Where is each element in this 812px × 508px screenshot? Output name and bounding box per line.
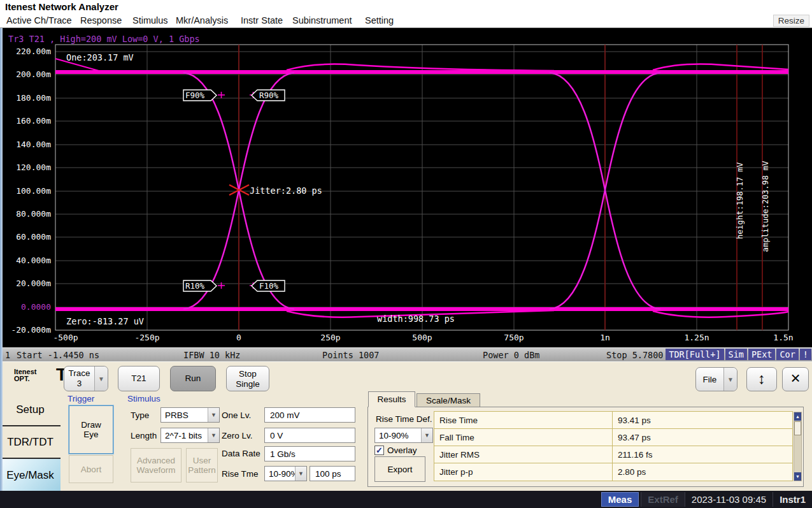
svg-text:100.00m: 100.00m <box>16 186 51 196</box>
t21-button[interactable]: T21 <box>118 366 160 391</box>
length-select[interactable]: 2^7-1 bits▼ <box>160 428 220 443</box>
overlay-checkbox-row[interactable]: ✓ Overlay <box>374 446 417 455</box>
rise-def-select[interactable]: 10-90%▼ <box>264 466 307 481</box>
svg-text:250p: 250p <box>320 333 340 342</box>
rise-time-input[interactable]: 100 ps <box>310 466 355 481</box>
overlay-label: Overlay <box>387 446 417 455</box>
resize-button[interactable]: Resize <box>773 15 809 27</box>
badge-pext: PExt <box>748 349 776 360</box>
menu-subinstrument[interactable]: Subinstrument <box>292 15 352 25</box>
rise-time-def-select[interactable]: 10-90%▼ <box>374 428 433 443</box>
svg-text:120.00m: 120.00m <box>16 163 51 172</box>
flag-r90: R90% <box>259 91 279 100</box>
overlay-checkbox[interactable]: ✓ <box>374 446 384 455</box>
points: Points 1007 <box>322 350 379 360</box>
window-left-edge <box>0 28 3 491</box>
status-badges: TDR[Full+] Sim PExt Cor ! <box>666 349 811 360</box>
updown-arrow-icon: ↕ <box>758 370 766 387</box>
result-value: 93.47 ps <box>612 428 793 447</box>
app-window: Itenest Network Analyzer Active Ch/Trace… <box>0 0 812 508</box>
results-scrollbar[interactable]: ▲ ▼ <box>794 412 802 481</box>
user-pattern-button[interactable]: UserPattern <box>186 448 218 483</box>
one-lv-input[interactable]: 200 mV <box>264 407 355 423</box>
trace-header: Tr3 T21 , High=200 mV Low=0 V, 1 Gbps <box>8 34 200 44</box>
scroll-up-icon[interactable]: ▲ <box>794 412 801 421</box>
instrument-name: Instr1 <box>773 492 812 507</box>
menu-active-ch-trace[interactable]: Active Ch/Trace <box>6 15 72 25</box>
ifbw: IFBW 10 kHz <box>183 350 240 360</box>
svg-text:140.00m: 140.00m <box>16 140 51 149</box>
scroll-down-icon[interactable]: ▼ <box>794 472 801 481</box>
jitter-annotation: Jitter:2.80 ps <box>250 185 322 196</box>
sweep-start: Start -1.4450 ns <box>17 350 99 360</box>
export-button[interactable]: Export <box>374 456 425 482</box>
trigger-group-label: Trigger <box>68 394 94 403</box>
trace-select-button[interactable]: Trace 3 ▼ <box>64 366 108 391</box>
menu-stimulus[interactable]: Stimulus <box>132 15 168 25</box>
svg-text:80.000m: 80.000m <box>16 209 51 219</box>
draw-eye-button[interactable]: Draw Eye <box>69 405 113 454</box>
svg-text:180.00m: 180.00m <box>16 93 51 103</box>
tab-eye-mask[interactable]: Eye/Mask <box>0 459 61 491</box>
extref-indicator: ExtRef <box>641 492 685 507</box>
stimulus-group-label: Stimulus <box>127 394 160 403</box>
instrument-status-bar: Meas ExtRef 2023-11-03 09:45 Instr1 <box>0 491 812 508</box>
rise-def-select-arrow-icon: ▼ <box>295 467 306 481</box>
rise-time-def-label: Rise Time Def. <box>376 414 432 424</box>
svg-text:160.00m: 160.00m <box>16 116 51 126</box>
zero-lv-input[interactable]: 0 V <box>264 428 355 443</box>
close-panel-button[interactable]: × <box>782 367 809 391</box>
length-select-arrow-icon: ▼ <box>208 428 219 442</box>
y-axis-labels: 220.00m 200.00m 180.00m 160.00m 140.00m … <box>11 47 51 335</box>
eye-width-annotation: width:998.73 ps <box>377 314 455 324</box>
tab-scale-mask[interactable]: Scale/Mask <box>417 393 480 407</box>
menu-instr-state[interactable]: Instr State <box>241 15 283 25</box>
eye-diagram-screen: Tr3 T21 , High=200 mV Low=0 V, 1 Gbps <box>0 28 812 347</box>
rise-time-label: Rise Tme <box>222 469 259 479</box>
tab-tdr-tdt[interactable]: TDR/TDT <box>0 426 61 459</box>
abort-button[interactable]: Abort <box>69 455 113 483</box>
menu-setting[interactable]: Setting <box>365 15 394 25</box>
svg-text:500p: 500p <box>412 333 432 342</box>
result-name: Jitter p-p <box>434 463 613 481</box>
scrollbar-thumb[interactable] <box>794 421 801 435</box>
datetime: 2023-11-03 09:45 <box>685 492 773 507</box>
eye-amplitude-annotation: amplitude:203.98 mV <box>760 161 770 252</box>
type-label: Type <box>131 410 149 420</box>
zero-level-annotation: Zero:-813.27 uV <box>66 316 144 326</box>
stop-single-button[interactable]: Stop Single <box>226 366 269 391</box>
file-menu-button[interactable]: File ▼ <box>695 367 737 391</box>
trace-dropdown-arrow-icon[interactable]: ▼ <box>94 366 108 391</box>
flag-f90: F90% <box>185 91 205 100</box>
close-icon: × <box>790 368 800 388</box>
advanced-waveform-button[interactable]: AdvancedWaveform <box>131 448 182 483</box>
data-rate-input[interactable]: 1 Gb/s <box>264 446 355 461</box>
svg-text:-500p: -500p <box>53 333 78 342</box>
file-dropdown-arrow-icon[interactable]: ▼ <box>723 368 737 391</box>
type-select[interactable]: PRBS▼ <box>160 407 220 423</box>
menu-response[interactable]: Response <box>80 15 122 25</box>
badge-tdr-full: TDR[Full+] <box>666 349 723 360</box>
run-button[interactable]: Run <box>170 366 216 391</box>
menu-mkr-analysis[interactable]: Mkr/Analysis <box>176 15 228 25</box>
tab-setup[interactable]: Setup <box>0 394 61 426</box>
svg-text:1n: 1n <box>600 333 610 342</box>
result-value: 93.41 ps <box>612 411 793 430</box>
svg-text:20.000m: 20.000m <box>16 279 51 288</box>
grid-vertical <box>147 45 697 330</box>
result-value: 2.80 ps <box>612 463 793 481</box>
eye-diagram-plot: F90% R90% R10% F10% One:203.17 mV Zero:-… <box>0 28 812 347</box>
tab-results[interactable]: Results <box>368 391 415 407</box>
svg-text:60.000m: 60.000m <box>16 232 51 242</box>
type-select-arrow-icon: ▼ <box>208 408 219 422</box>
zero-lv-label: Zero Lv. <box>222 431 253 440</box>
panel-resize-button[interactable]: ↕ <box>746 367 777 391</box>
svg-text:-250p: -250p <box>134 333 159 342</box>
eye-height-annotation: height:198.17 mV <box>735 162 744 239</box>
svg-text:200.00m: 200.00m <box>16 69 51 79</box>
svg-text:1.5n: 1.5n <box>773 333 793 342</box>
badge-sim: Sim <box>725 349 747 360</box>
svg-text:40.000m: 40.000m <box>16 256 51 265</box>
title-bar: Itenest Network Analyzer <box>0 0 812 14</box>
length-label: Length <box>131 431 157 440</box>
